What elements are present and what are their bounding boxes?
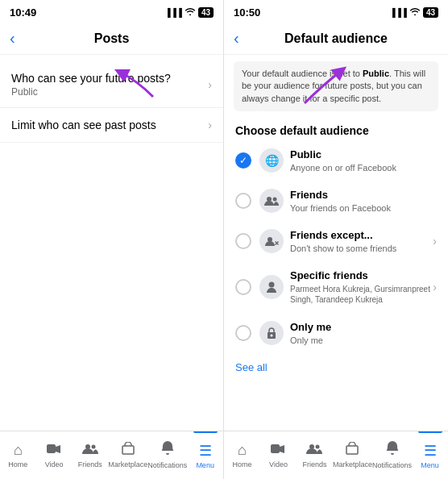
option-friends-subtitle: Your friends on Facebook [290,203,437,213]
tab-menu[interactable]: ☰ Menu [187,431,223,479]
radio-public: ✓ [235,152,251,169]
tab-marketplace[interactable]: Marketplace [108,431,147,479]
svg-rect-0 [47,444,56,453]
svg-point-3 [91,445,95,449]
tab-home-label: Home [8,460,27,469]
friends-option-icon [259,189,284,213]
active-indicator [193,431,218,433]
friends-icon [306,442,322,459]
notifications-icon [161,441,174,460]
radio-only-me [235,325,251,341]
option-friends-title: Friends [290,189,437,202]
left-list-section: Who can see your future posts? Public › … [0,55,223,431]
left-back-button[interactable]: ‹ [10,29,15,48]
list-item-content: Who can see your future posts? Public [11,71,201,98]
option-public-subtitle: Anyone on or off Facebook [290,163,437,173]
list-item[interactable]: Limit who can see past posts › [0,108,223,143]
right-battery: 43 [423,7,438,18]
option-specific-friends-title: Specific friends [290,269,433,283]
tab-notifications-label-right: Notifications [372,461,412,469]
option-friends-except[interactable]: Friends except... Don't show to some fri… [224,221,448,261]
marketplace-icon [346,442,359,459]
svg-marker-12 [280,445,284,453]
tab-friends[interactable]: Friends [72,431,108,479]
list-item-content: Limit who can see past posts [11,118,201,132]
option-specific-friends[interactable]: Specific friends Parmeet Hora Kukreja, G… [224,261,448,313]
video-icon [47,442,61,459]
right-back-button[interactable]: ‹ [234,29,239,48]
right-page-title: Default audience [284,31,388,46]
friends-except-icon [259,229,284,253]
chevron-icon: › [433,281,437,294]
left-battery: 43 [198,7,214,18]
right-status-bar: 10:50 ▐▐▐ 43 [224,0,448,23]
svg-rect-15 [346,446,358,454]
right-signal-icon: ▐▐▐ [390,8,407,17]
left-tab-bar: ⌂ Home Video Friends Marketplace Notif [0,431,223,479]
video-icon [271,442,285,459]
svg-point-6 [273,197,277,201]
right-time: 10:50 [234,6,260,19]
tab-friends-label-right: Friends [302,460,326,469]
tab-friends-label: Friends [78,460,102,469]
list-item-title: Limit who can see past posts [11,118,201,132]
tab-video-right[interactable]: Video [260,431,297,479]
left-time: 10:49 [10,6,36,19]
see-all-link[interactable]: See all [224,353,448,381]
radio-friends-except [235,233,251,249]
option-public-title: Public [290,148,437,162]
chevron-icon: › [208,119,212,131]
tab-menu-label-right: Menu [421,461,439,469]
tab-menu-label: Menu [196,461,214,469]
info-text-before: Your default audience is set to [242,69,363,78]
option-only-me-text: Only me Only me [290,321,437,345]
right-nav-header: ‹ Default audience [224,23,448,55]
list-item[interactable]: Who can see your future posts? Public › [0,61,223,108]
tab-marketplace-label-right: Marketplace [333,460,372,469]
tab-notifications[interactable]: Notifications [147,431,187,479]
option-only-me[interactable]: Only me Only me [224,313,448,353]
info-public-highlight: Public [363,69,389,78]
svg-point-14 [316,445,320,449]
audience-options-list: ✓ 🌐 Public Anyone on or off Facebook Fri… [224,140,448,431]
menu-icon: ☰ [199,442,212,460]
tab-home[interactable]: ⌂ Home [0,431,36,479]
option-public[interactable]: ✓ 🌐 Public Anyone on or off Facebook [224,140,448,181]
option-only-me-subtitle: Only me [290,335,437,345]
notifications-icon [386,441,399,460]
tab-video[interactable]: Video [36,431,73,479]
tab-video-label-right: Video [269,460,288,469]
radio-specific-friends [235,279,251,295]
right-tab-bar: ⌂ Home Video Friends Marketplace Notif [224,431,448,479]
option-friends-except-subtitle: Don't show to some friends [290,244,433,253]
section-title: Choose default audience [224,118,448,140]
tab-notifications-right[interactable]: Notifications [372,431,412,479]
option-friends-text: Friends Your friends on Facebook [290,189,437,213]
tab-notifications-label: Notifications [147,461,187,469]
info-box: Your default audience is set to Public. … [234,61,438,111]
svg-rect-4 [122,446,134,454]
right-status-icons: ▐▐▐ 43 [390,7,438,18]
tab-home-label-right: Home [232,460,251,469]
radio-friends [235,193,251,209]
home-icon: ⌂ [14,442,23,459]
tab-home-right[interactable]: ⌂ Home [224,431,260,479]
tab-marketplace-label: Marketplace [108,460,147,469]
left-status-icons: ▐▐▐ 43 [165,7,214,18]
right-panel: 10:50 ▐▐▐ 43 ‹ Default audience Your def… [224,0,448,479]
svg-rect-11 [271,444,280,453]
marketplace-icon [122,442,135,459]
tab-menu-right[interactable]: ☰ Menu [412,431,448,479]
left-nav-header: ‹ Posts [0,23,223,55]
public-icon: 🌐 [259,148,284,173]
option-friends[interactable]: Friends Your friends on Facebook [224,181,448,221]
left-signal-icon: ▐▐▐ [165,8,182,17]
chevron-icon: › [208,78,212,91]
option-friends-except-title: Friends except... [290,229,433,243]
svg-point-8 [269,282,275,288]
specific-friends-icon [259,275,284,299]
tab-friends-right[interactable]: Friends [297,431,333,479]
tab-marketplace-right[interactable]: Marketplace [333,431,372,479]
left-status-bar: 10:49 ▐▐▐ 43 [0,0,223,23]
left-panel: 10:49 ▐▐▐ 43 ‹ Posts Who can see your fu… [0,0,224,479]
